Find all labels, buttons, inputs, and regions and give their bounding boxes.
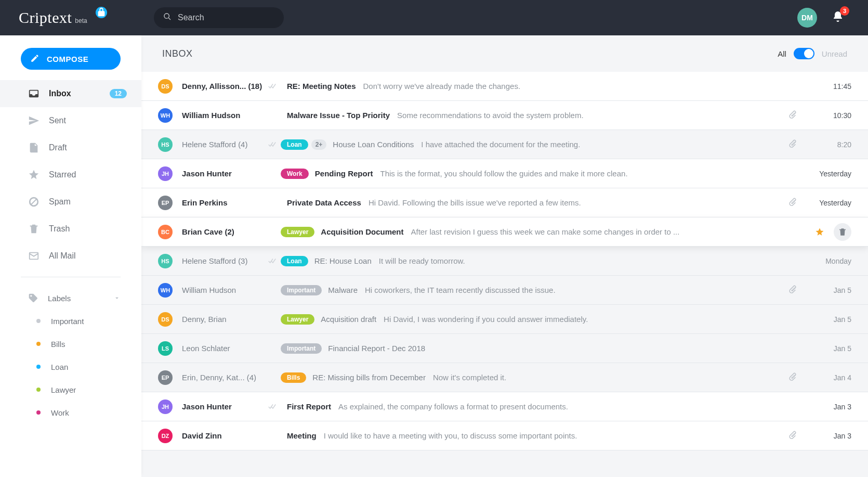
sidebar-item-label: Draft [49,143,67,152]
email-subject: Financial Report - Dec 2018 [328,344,425,353]
email-tags: Lawyer [281,227,314,237]
email-row[interactable]: EP Erin, Denny, Kat... (4) Bills RE: Mis… [141,363,868,392]
search-input[interactable] [177,12,274,23]
filter-all[interactable]: All [778,49,786,58]
tag-pill: Important [281,285,322,295]
email-preview: Now it's completed it. [433,373,782,382]
star-button[interactable] [811,223,828,241]
email-sender: Erin, Denny, Kat... (4) [182,373,265,382]
email-preview: I would like to have a meeting with you,… [324,431,782,440]
email-tags: Work [281,169,309,179]
label-text: Lawyer [51,385,76,394]
email-subject: Acquisition draft [321,315,376,324]
email-preview: Hi David. Following the bills issue we'v… [369,198,782,207]
delete-button[interactable] [834,223,851,241]
label-text: Bills [51,340,65,349]
compose-label: COMPOSE [47,55,88,63]
sidebar-item-draft[interactable]: Draft [0,134,141,161]
notifications-button[interactable]: 3 [832,10,844,25]
email-time: Monday [805,257,851,265]
sidebar-item-label: Trash [49,224,70,234]
email-sender: Helene Stafford (3) [182,256,265,265]
email-row[interactable]: JH Jason Hunter First Report As explaine… [141,392,868,421]
notification-count: 3 [840,6,849,16]
email-subject: Private Data Access [287,198,361,207]
all-mail-icon [28,250,40,262]
logo: Criptext beta [19,9,138,27]
email-row[interactable]: DS Denny, Brian Lawyer Acquisition draft… [141,305,868,334]
filter-toggle: All Unread [778,48,847,59]
label-loan[interactable]: Loan [0,355,141,378]
sidebar-item-label: All Mail [49,251,76,261]
label-text: Loan [51,363,68,371]
sidebar-item-starred[interactable]: Starred [0,161,141,188]
email-subject: RE: House Loan [314,256,372,265]
tag-pill: Lawyer [281,227,314,237]
sidebar-item-label: Spam [49,197,71,207]
email-row[interactable]: EP Erin Perkins Private Data Access Hi D… [141,188,868,217]
sender-avatar: LS [158,341,173,356]
sender-avatar: EP [158,370,173,385]
label-text: Important [51,317,84,326]
label-important[interactable]: Important [0,310,141,332]
sidebar: COMPOSE Inbox 12 Sent Draft Starred Spam… [0,35,141,477]
inbox-header: INBOX All Unread [141,35,868,72]
label-bills[interactable]: Bills [0,332,141,355]
read-check-icon [265,141,281,148]
email-row[interactable]: WH William Hudson Important Malware Hi c… [141,276,868,305]
sidebar-item-inbox[interactable]: Inbox 12 [0,80,141,107]
email-subject: Pending Report [315,169,373,178]
email-tags: Important [281,285,322,295]
labels-header-text: Labels [48,294,71,303]
user-avatar[interactable]: DM [797,8,817,28]
email-row[interactable]: HS Helene Stafford (3) Loan RE: House Lo… [141,247,868,276]
draft-icon [28,142,40,153]
label-lawyer[interactable]: Lawyer [0,378,141,401]
sidebar-item-label: Sent [49,116,66,125]
email-preview: I have attached the document for the mee… [421,140,782,149]
email-tags: Bills [281,372,306,383]
label-work[interactable]: Work [0,401,141,424]
tag-pill: Lawyer [281,314,314,325]
search-box[interactable] [154,7,284,28]
chevron-down-icon [113,294,121,302]
sidebar-item-all-mail[interactable]: All Mail [0,242,141,269]
email-sender: Jason Hunter [182,169,265,178]
compose-button[interactable]: COMPOSE [21,48,121,70]
email-row[interactable]: WH William Hudson Malware Issue - Top Pr… [141,101,868,130]
email-time: 11:45 [805,82,851,91]
labels-header[interactable]: Labels [0,287,141,310]
filter-unread[interactable]: Unread [822,49,847,58]
sender-avatar: WH [158,283,173,298]
email-sender: David Zinn [182,431,265,440]
sidebar-item-spam[interactable]: Spam [0,188,141,215]
filter-switch[interactable] [794,48,814,59]
email-row[interactable]: DS Denny, Allisson... (18) RE: Meeting N… [141,72,868,101]
sidebar-item-trash[interactable]: Trash [0,215,141,242]
email-row[interactable]: HS Helene Stafford (4) Loan2+ House Loan… [141,130,868,159]
inbox-icon [28,88,40,99]
label-dot [36,410,41,415]
sender-avatar: HS [158,254,173,268]
email-row[interactable]: LS Leon Schlater Important Financial Rep… [141,334,868,363]
label-dot [36,388,41,392]
sender-avatar: WH [158,108,173,123]
attachment-icon [788,139,799,150]
tag-count: 2+ [311,139,327,150]
email-subject: Meeting [287,431,317,440]
email-row[interactable]: BC Brian Cave (2) Lawyer Acquisition Doc… [141,217,868,247]
email-subject: Acquisition Document [321,227,403,236]
email-sender: Helene Stafford (4) [182,140,265,149]
label-dot [36,319,41,323]
spam-icon [28,196,40,208]
email-sender: Leon Schlater [182,344,265,353]
sidebar-item-sent[interactable]: Sent [0,107,141,134]
email-tags: Loan [281,256,308,266]
email-row[interactable]: DZ David Zinn Meeting I would like to ha… [141,421,868,450]
sender-avatar: DS [158,312,173,327]
email-preview: This is the format, you should follow th… [380,169,782,178]
email-sender: William Hudson [182,286,265,294]
email-subject: House Loan Conditions [333,140,414,149]
sender-avatar: DS [158,79,173,94]
email-row[interactable]: JH Jason Hunter Work Pending Report This… [141,159,868,188]
